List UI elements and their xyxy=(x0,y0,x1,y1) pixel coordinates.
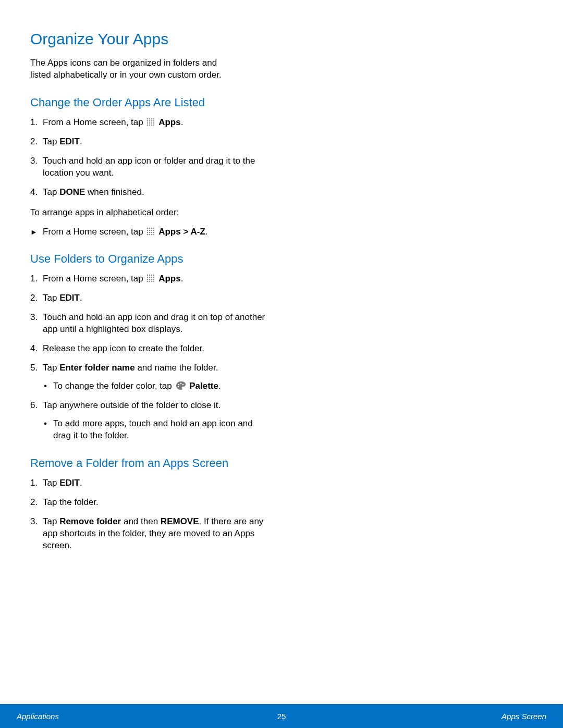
section-heading-remove-folder: Remove a Folder from an Apps Screen xyxy=(30,456,270,470)
sub-step: To change the folder color, tap Palette. xyxy=(43,380,270,392)
step: Tap Remove folder and then REMOVE. If th… xyxy=(30,516,270,552)
step: From a Home screen, tap Apps. xyxy=(30,117,270,129)
step: Tap EDIT. xyxy=(30,136,270,148)
svg-point-41 xyxy=(149,279,151,280)
svg-point-43 xyxy=(153,279,155,280)
svg-point-26 xyxy=(151,231,153,233)
svg-point-37 xyxy=(149,277,151,278)
section-heading-change-order: Change the Order Apps Are Listed xyxy=(30,96,270,109)
steps-use-folders: From a Home screen, tap Apps. Tap EDIT. … xyxy=(30,273,270,441)
svg-point-16 xyxy=(147,227,149,229)
step: Tap anywhere outside of the folder to cl… xyxy=(30,400,270,442)
footer-left: Applications xyxy=(17,712,59,721)
svg-point-46 xyxy=(151,281,153,282)
svg-point-31 xyxy=(153,233,155,235)
svg-point-14 xyxy=(151,125,153,126)
svg-point-19 xyxy=(153,227,155,229)
sub-bullets: To add more apps, touch and hold an app … xyxy=(43,418,270,442)
svg-point-1 xyxy=(149,118,151,120)
sub-bullets: To change the folder color, tap Palette. xyxy=(43,380,270,392)
sub-step: To add more apps, touch and hold an app … xyxy=(43,418,270,442)
svg-point-30 xyxy=(151,233,153,235)
svg-point-22 xyxy=(151,229,153,231)
svg-point-42 xyxy=(151,279,153,280)
svg-point-15 xyxy=(153,125,155,126)
svg-point-49 xyxy=(180,383,181,385)
step: Tap EDIT. xyxy=(30,477,270,489)
steps-remove-folder: Tap EDIT. Tap the folder. Tap Remove fol… xyxy=(30,477,270,552)
svg-point-4 xyxy=(147,120,149,122)
footer-right: Apps Screen xyxy=(501,712,546,721)
svg-point-38 xyxy=(151,277,153,278)
svg-point-27 xyxy=(153,231,155,233)
svg-point-10 xyxy=(151,122,153,124)
svg-point-24 xyxy=(147,231,149,233)
step: Tap the folder. xyxy=(30,497,270,509)
page-footer: Applications 25 Apps Screen xyxy=(0,704,563,728)
svg-point-44 xyxy=(147,281,149,282)
svg-point-5 xyxy=(149,120,151,122)
apps-grid-icon xyxy=(146,227,155,236)
apps-grid-icon xyxy=(146,274,155,282)
svg-point-47 xyxy=(153,281,155,282)
svg-point-35 xyxy=(153,275,155,276)
step: Tap EDIT. xyxy=(30,292,270,304)
text-column: Organize Your Apps The Apps icons can be… xyxy=(30,30,270,552)
step: Release the app icon to create the folde… xyxy=(30,343,270,355)
step: Tap DONE when finished. xyxy=(30,187,270,199)
svg-point-48 xyxy=(178,384,179,386)
svg-point-40 xyxy=(147,279,149,280)
svg-point-25 xyxy=(149,231,151,233)
svg-point-9 xyxy=(149,122,151,124)
palette-icon xyxy=(176,381,186,390)
steps-change-order: From a Home screen, tap Apps. Tap EDIT. … xyxy=(30,117,270,199)
svg-point-23 xyxy=(153,229,155,231)
svg-point-51 xyxy=(177,386,179,388)
step: Touch and hold an app icon and drag it o… xyxy=(30,312,270,336)
apps-grid-icon xyxy=(146,118,155,126)
svg-point-7 xyxy=(153,120,155,122)
svg-point-32 xyxy=(147,275,149,276)
svg-point-3 xyxy=(153,118,155,120)
svg-point-34 xyxy=(151,275,153,276)
svg-point-12 xyxy=(147,125,149,126)
svg-point-36 xyxy=(147,277,149,278)
svg-point-18 xyxy=(151,227,153,229)
svg-point-17 xyxy=(149,227,151,229)
svg-point-0 xyxy=(147,118,149,120)
intro-text: The Apps icons can be organized in folde… xyxy=(30,57,270,81)
arrow-step: From a Home screen, tap Apps > A-Z. xyxy=(30,226,270,238)
svg-point-29 xyxy=(149,233,151,235)
svg-point-2 xyxy=(151,118,153,120)
footer-page-number: 25 xyxy=(277,712,286,721)
page-content: Organize Your Apps The Apps icons can be… xyxy=(0,0,563,552)
page-title: Organize Your Apps xyxy=(30,30,270,48)
svg-point-11 xyxy=(153,122,155,124)
step: Touch and hold an app icon or folder and… xyxy=(30,155,270,179)
between-text: To arrange apps in alphabetical order: xyxy=(30,207,270,219)
svg-point-50 xyxy=(182,384,183,386)
svg-point-20 xyxy=(147,229,149,231)
svg-point-39 xyxy=(153,277,155,278)
svg-point-28 xyxy=(147,233,149,235)
step: From a Home screen, tap Apps. xyxy=(30,273,270,285)
svg-point-6 xyxy=(151,120,153,122)
svg-point-13 xyxy=(149,125,151,126)
svg-point-8 xyxy=(147,122,149,124)
svg-point-21 xyxy=(149,229,151,231)
svg-point-45 xyxy=(149,281,151,282)
svg-point-33 xyxy=(149,275,151,276)
section-heading-use-folders: Use Folders to Organize Apps xyxy=(30,252,270,266)
step: Tap Enter folder name and name the folde… xyxy=(30,362,270,392)
